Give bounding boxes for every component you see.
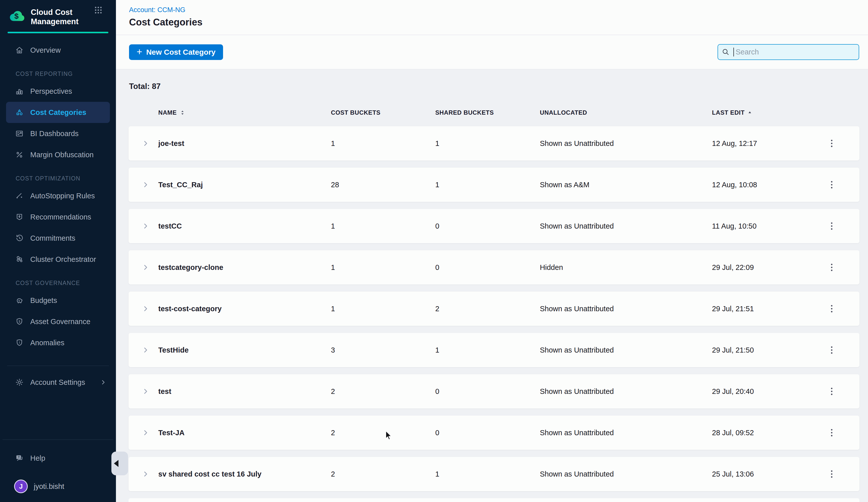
sidebar-item-help[interactable]: ? Help bbox=[6, 448, 110, 469]
page-title: Cost Categories bbox=[129, 17, 868, 28]
sidebar-bottom-divider bbox=[2, 439, 113, 440]
kebab-menu-icon[interactable] bbox=[829, 385, 834, 398]
new-cost-category-button[interactable]: + New Cost Category bbox=[129, 44, 223, 60]
row-actions[interactable] bbox=[804, 178, 859, 191]
sidebar-item-label: Anomalies bbox=[30, 339, 64, 347]
page-header: Account: CCM-NG Cost Categories bbox=[116, 0, 868, 35]
sidebar-item-cluster-orchestrator[interactable]: Cluster Orchestrator bbox=[6, 249, 110, 270]
sidebar-item-recommendations[interactable]: Recommendations bbox=[6, 206, 110, 228]
table-row[interactable]: joe-test11Shown as Unattributed12 Aug, 1… bbox=[128, 126, 859, 160]
app-grid-icon[interactable] bbox=[94, 6, 103, 14]
column-header-last-edit[interactable]: LAST EDIT bbox=[712, 109, 804, 116]
sidebar-item-label: Budgets bbox=[30, 296, 57, 305]
row-actions[interactable] bbox=[804, 220, 859, 232]
column-header-cost-buckets[interactable]: COST BUCKETS bbox=[331, 109, 435, 116]
row-last-edit: 12 Aug, 12:17 bbox=[712, 139, 804, 148]
kebab-menu-icon[interactable] bbox=[829, 302, 834, 315]
row-actions[interactable] bbox=[804, 426, 859, 439]
sidebar-divider bbox=[7, 366, 109, 366]
sidebar-item-label: Perspectives bbox=[30, 87, 72, 95]
row-actions[interactable] bbox=[804, 302, 859, 315]
table-row[interactable]: Test-JA20Shown as Unattributed28 Jul, 09… bbox=[128, 416, 859, 450]
sidebar-item-overview[interactable]: Overview bbox=[6, 40, 110, 61]
row-expand-chevron[interactable] bbox=[128, 305, 158, 313]
row-expand-chevron[interactable] bbox=[128, 139, 158, 147]
main-content: Account: CCM-NG Cost Categories + New Co… bbox=[116, 0, 868, 502]
row-expand-chevron[interactable] bbox=[128, 181, 158, 188]
sidebar-item-budgets[interactable]: $Budgets bbox=[6, 290, 110, 311]
cloud-dollar-logo-icon: $ bbox=[9, 9, 26, 22]
sidebar-item-margin-obfuscation[interactable]: Margin Obfuscation bbox=[6, 144, 110, 165]
kebab-menu-icon[interactable] bbox=[829, 426, 834, 439]
kebab-menu-icon[interactable] bbox=[829, 178, 834, 191]
row-cost-buckets: 1 bbox=[331, 305, 435, 313]
table-row[interactable]: sv shared cost cc test 16 July21Shown as… bbox=[128, 457, 859, 491]
user-profile[interactable]: J jyoti.bisht bbox=[6, 476, 110, 497]
sidebar-item-cost-categories[interactable]: Cost Categories bbox=[6, 102, 110, 123]
row-shared-buckets: 0 bbox=[435, 387, 540, 396]
table-row[interactable]: testCC10Shown as Unattributed11 Aug, 10:… bbox=[128, 209, 859, 243]
row-expand-chevron[interactable] bbox=[128, 264, 158, 271]
row-shared-buckets: 1 bbox=[435, 346, 540, 354]
column-header-unallocated[interactable]: UNALLOCATED bbox=[540, 109, 712, 116]
row-name: testcategory-clone bbox=[158, 263, 331, 272]
column-header-shared-buckets[interactable]: SHARED BUCKETS bbox=[435, 109, 540, 116]
row-expand-chevron[interactable] bbox=[128, 429, 158, 437]
sidebar-item-label: BI Dashboards bbox=[30, 129, 79, 138]
search-box bbox=[717, 44, 859, 60]
svg-text:$: $ bbox=[14, 12, 19, 20]
row-name: testCC bbox=[158, 222, 331, 230]
column-header-name[interactable]: NAME bbox=[158, 109, 331, 116]
row-unallocated: Shown as Unattributed bbox=[540, 387, 712, 396]
row-expand-chevron[interactable] bbox=[128, 222, 158, 230]
kebab-menu-icon[interactable] bbox=[829, 468, 834, 480]
sidebar-item-autostopping-rules[interactable]: AutoStopping Rules bbox=[6, 185, 110, 206]
search-icon bbox=[722, 48, 730, 56]
sidebar-item-perspectives[interactable]: Perspectives bbox=[6, 81, 110, 102]
sidebar-item-asset-governance[interactable]: $Asset Governance bbox=[6, 311, 110, 332]
sidebar-item-bi-dashboards[interactable]: BI Dashboards bbox=[6, 123, 110, 144]
shield-dollar-icon: $ bbox=[15, 317, 24, 326]
row-expand-chevron[interactable] bbox=[128, 388, 158, 395]
row-actions[interactable] bbox=[804, 137, 859, 150]
row-actions[interactable] bbox=[804, 385, 859, 398]
text-caret bbox=[733, 48, 734, 56]
row-expand-chevron[interactable] bbox=[128, 470, 158, 478]
row-cost-buckets: 28 bbox=[331, 181, 435, 189]
table-row[interactable]: Test_CC_Raj281Shown as A&M12 Aug, 10:08 bbox=[128, 168, 859, 202]
table-row[interactable]: TestHide31Shown as Unattributed29 Jul, 2… bbox=[128, 333, 859, 367]
row-shared-buckets: 1 bbox=[435, 181, 540, 189]
plus-icon: + bbox=[137, 47, 142, 56]
avatar[interactable]: J bbox=[14, 480, 28, 493]
kebab-menu-icon[interactable] bbox=[829, 220, 834, 232]
table-row[interactable]: test20Shown as Unattributed29 Jul, 20:40 bbox=[128, 374, 859, 408]
sidebar-item-anomalies[interactable]: !Anomalies bbox=[6, 332, 110, 353]
row-cost-buckets: 1 bbox=[331, 222, 435, 230]
sort-icon[interactable] bbox=[179, 109, 186, 116]
table-row-partial[interactable] bbox=[128, 498, 859, 502]
dashboard-icon bbox=[15, 129, 24, 138]
row-name: TestHide bbox=[158, 346, 331, 354]
table-row[interactable]: test-cost-category12Shown as Unattribute… bbox=[128, 292, 859, 326]
row-name: Test_CC_Raj bbox=[158, 181, 331, 189]
kebab-menu-icon[interactable] bbox=[829, 137, 834, 150]
row-actions[interactable] bbox=[804, 344, 859, 356]
row-expand-chevron[interactable] bbox=[128, 346, 158, 354]
row-unallocated: Shown as Unattributed bbox=[540, 346, 712, 354]
search-input[interactable] bbox=[717, 44, 859, 60]
row-actions[interactable] bbox=[804, 468, 859, 480]
sidebar-item-account-settings[interactable]: Account Settings bbox=[6, 372, 110, 393]
sidebar-item-label: Cost Categories bbox=[30, 108, 86, 117]
sidebar-item-label: Commitments bbox=[30, 234, 75, 242]
row-name: test-cost-category bbox=[158, 305, 331, 313]
sidebar-item-commitments[interactable]: Commitments bbox=[6, 228, 110, 249]
kebab-menu-icon[interactable] bbox=[829, 344, 834, 356]
row-unallocated: Hidden bbox=[540, 263, 712, 272]
breadcrumb[interactable]: Account: CCM-NG bbox=[129, 6, 868, 14]
kebab-menu-icon[interactable] bbox=[829, 261, 834, 274]
row-shared-buckets: 2 bbox=[435, 305, 540, 313]
row-actions[interactable] bbox=[804, 261, 859, 274]
table-row[interactable]: testcategory-clone10Hidden29 Jul, 22:09 bbox=[128, 250, 859, 284]
sidebar-collapse-handle[interactable] bbox=[111, 452, 128, 475]
svg-text:!: ! bbox=[19, 341, 20, 345]
